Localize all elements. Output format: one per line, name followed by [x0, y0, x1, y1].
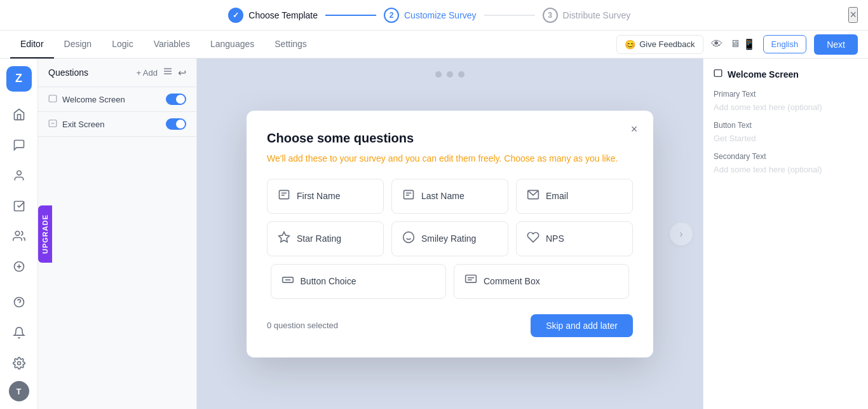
steps-bar: ✓ Choose Template 2 Customize Survey 3 D… [10, 8, 848, 23]
modal-title: Choose some questions [267, 131, 633, 146]
option-button-choice[interactable]: Button Choice [271, 264, 446, 299]
svg-marker-22 [279, 232, 290, 242]
step-line-1 [325, 15, 376, 16]
tabs-right-actions: 😊 Give Feedback 👁 🖥 📱 English Next [616, 34, 858, 55]
question-item-exit-screen[interactable]: Exit Screen [38, 112, 196, 137]
email-label: Email [546, 191, 568, 201]
heart-icon [527, 231, 539, 247]
skip-add-later-button[interactable]: Skip and add later [531, 314, 633, 337]
nps-label: NPS [546, 233, 564, 244]
main-layout: Z T Upgrade [0, 59, 868, 409]
sidebar-icon-help[interactable] [6, 289, 32, 315]
svg-point-23 [403, 232, 414, 242]
right-panel-title-icon [714, 69, 722, 80]
svg-point-2 [15, 232, 20, 236]
tab-languages[interactable]: Languages [200, 31, 264, 59]
question-item-welcome-screen[interactable]: Welcome Screen [38, 87, 196, 112]
tab-design[interactable]: Design [54, 31, 102, 59]
sidebar-icon-checkbox[interactable] [6, 193, 32, 219]
comment-box-label: Comment Box [484, 276, 540, 286]
svg-rect-31 [714, 70, 722, 77]
option-star-rating[interactable]: Star Rating [267, 221, 384, 256]
option-smiley-rating[interactable]: Smiley Rating [391, 221, 508, 256]
desktop-icon[interactable]: 🖥 [730, 38, 740, 50]
right-panel-title-text: Welcome Screen [728, 69, 799, 80]
eye-icon[interactable]: 👁 [711, 38, 722, 51]
first-name-label: First Name [297, 191, 340, 201]
step3-circle: 3 [543, 8, 558, 23]
svg-rect-1 [14, 201, 24, 211]
tab-editor[interactable]: Editor [10, 31, 54, 59]
top-bar: ✓ Choose Template 2 Customize Survey 3 D… [0, 0, 868, 31]
button-choice-label: Button Choice [301, 276, 356, 286]
modal-subtitle: We'll add these to your survey and you c… [267, 153, 633, 163]
add-question-button[interactable]: + Add [136, 68, 158, 78]
svg-point-8 [17, 362, 20, 365]
sidebar-icon-home[interactable] [6, 102, 32, 127]
button-choice-icon [281, 274, 294, 289]
button-text-label: Button Text [714, 121, 858, 130]
give-feedback-label: Give Feedback [639, 39, 695, 49]
app-logo[interactable]: Z [6, 66, 32, 92]
canvas-area: › × Choose some questions We'll add thes… [197, 59, 703, 409]
next-button[interactable]: Next [814, 34, 858, 55]
questions-header: Questions + Add ↩ [38, 59, 196, 87]
upgrade-tab[interactable]: Upgrade [38, 205, 52, 262]
selected-count: 0 question selected [267, 321, 338, 330]
option-last-name[interactable]: Last Name [391, 179, 508, 214]
sidebar-icon-bell[interactable] [6, 320, 32, 345]
option-comment-box[interactable]: Comment Box [454, 264, 629, 299]
svg-point-0 [17, 170, 21, 175]
step-distribute-survey[interactable]: 3 Distribute Survey [543, 8, 631, 23]
first-name-icon [278, 188, 290, 204]
step1-circle: ✓ [228, 8, 243, 23]
feedback-icon: 😊 [625, 39, 635, 50]
question-row-1: First Name Last Name Email [267, 179, 633, 214]
upgrade-label: Upgrade [38, 205, 52, 262]
sidebar-icon-settings[interactable] [6, 350, 32, 376]
smiley-rating-label: Smiley Rating [421, 233, 476, 244]
option-nps[interactable]: NPS [516, 221, 633, 256]
sidebar-icon-group[interactable] [6, 224, 32, 249]
mobile-icon[interactable]: 📱 [743, 38, 756, 50]
svg-rect-12 [49, 95, 57, 102]
last-name-label: Last Name [421, 191, 465, 201]
modal-close-button[interactable]: × [625, 121, 643, 139]
exit-screen-icon [48, 119, 57, 130]
welcome-screen-label: Welcome Screen [62, 95, 161, 104]
close-button[interactable]: × [848, 7, 858, 23]
star-icon [278, 231, 290, 247]
sidebar-icon-user[interactable] [6, 163, 32, 188]
modal-footer: 0 question selected Skip and add later [267, 314, 633, 337]
choose-questions-modal: × Choose some questions We'll add these … [247, 111, 653, 357]
tab-settings[interactable]: Settings [264, 31, 317, 59]
give-feedback-button[interactable]: 😊 Give Feedback [616, 35, 703, 54]
secondary-text-label: Secondary Text [714, 152, 858, 161]
smiley-icon [402, 231, 415, 247]
sidebar-icon-plus[interactable] [6, 254, 32, 279]
questions-panel: Questions + Add ↩ Welcome Screen Exit Sc… [38, 59, 197, 409]
secondary-text-placeholder: Add some text here (optional) [714, 165, 858, 174]
step1-label: Choose Template [248, 10, 318, 20]
tab-variables[interactable]: Variables [144, 31, 200, 59]
svg-rect-28 [466, 275, 477, 282]
question-row-2: Star Rating Smiley Rating [267, 221, 633, 256]
language-button[interactable]: English [763, 35, 807, 53]
option-email[interactable]: Email [516, 179, 633, 214]
sidebar-icon-chat[interactable] [6, 132, 32, 158]
question-options-grid: First Name Last Name Email [267, 179, 633, 299]
user-avatar[interactable]: T [9, 381, 29, 401]
last-name-icon [402, 188, 415, 204]
welcome-screen-toggle[interactable] [166, 94, 186, 105]
step-choose-template[interactable]: ✓ Choose Template [228, 8, 318, 23]
step-customize-survey[interactable]: 2 Customize Survey [384, 8, 477, 23]
step2-label: Customize Survey [404, 10, 477, 20]
back-icon[interactable]: ↩ [178, 67, 186, 79]
exit-screen-toggle[interactable] [166, 118, 186, 130]
option-first-name[interactable]: First Name [267, 179, 384, 214]
reorder-icon[interactable] [163, 66, 173, 79]
button-text-placeholder: Get Started [714, 134, 858, 143]
left-sidebar: Z T [0, 59, 38, 409]
tab-logic[interactable]: Logic [102, 31, 143, 59]
step2-circle: 2 [384, 8, 399, 23]
